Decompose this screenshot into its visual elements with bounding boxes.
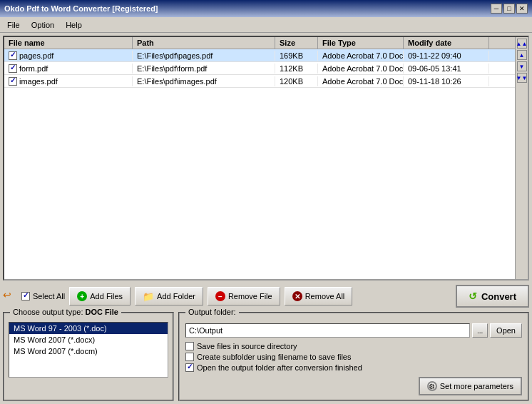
output-folder-panel: Output folder: ... Open Save files in so… [178, 312, 529, 401]
open-after-conversion-checkbox[interactable] [185, 363, 194, 372]
output-type-label: Choose output type: DOC File [10, 308, 121, 316]
cell-name-1: form.pdf [4, 64, 133, 74]
checkbox-row-0: Save files in source directory [185, 342, 522, 350]
app-title: Okdo Pdf to Word Converter [Registered] [4, 4, 158, 13]
checkbox-row-2: Open the output folder after conversion … [185, 363, 522, 372]
remove-file-button[interactable]: − Remove File [208, 287, 280, 305]
folder-icon: 📁 [143, 291, 154, 302]
col-size: Size [275, 37, 318, 49]
browse-button[interactable]: ... [472, 323, 488, 338]
table-header: File name Path Size File Type Modify dat… [4, 37, 515, 49]
scroll-down-button[interactable]: ▼ [517, 61, 527, 71]
output-type-panel: Choose output type: DOC File MS Word 97 … [3, 312, 174, 401]
add-folder-button[interactable]: 📁 Add Folder [135, 287, 203, 305]
restore-button[interactable]: □ [503, 4, 515, 14]
cell-type-2: Adobe Acrobat 7.0 Doc... [318, 76, 404, 86]
main-content: File name Path Size File Type Modify dat… [0, 33, 532, 404]
cell-date-1: 09-06-05 13:41 [404, 64, 489, 74]
col-filetype: File Type [318, 37, 404, 49]
menu-file[interactable]: File [3, 19, 24, 31]
select-all-container: Select All [21, 292, 65, 301]
cell-size-0: 169KB [275, 51, 318, 61]
file-table: File name Path Size File Type Modify dat… [4, 37, 515, 279]
cell-size-2: 120KB [275, 76, 318, 86]
remove-icon: − [215, 291, 225, 301]
output-option-2[interactable]: MS Word 2007 (*.docm) [9, 345, 168, 357]
set-more-params-button[interactable]: ⚙ Set more parameters [419, 377, 522, 395]
minimize-button[interactable]: ─ [491, 4, 502, 14]
cell-type-0: Adobe Acrobat 7.0 Doc... [318, 51, 404, 61]
scroll-top-button[interactable]: ▲▲ [517, 39, 527, 49]
output-format-list[interactable]: MS Word 97 - 2003 (*.doc) MS Word 2007 (… [9, 322, 168, 378]
table-row[interactable]: images.pdf E:\Files\pdf\images.pdf 120KB… [4, 75, 515, 88]
select-all-label: Select All [33, 292, 65, 301]
scroll-panel: ▲▲ ▲ ▼ ▼▼ [515, 37, 528, 279]
output-option-1[interactable]: MS Word 2007 (*.docx) [9, 334, 168, 345]
cell-path-2: E:\Files\pdf\images.pdf [133, 76, 275, 86]
menu-help[interactable]: Help [61, 19, 86, 31]
checkbox-row-1: Create subfolder using filename to save … [185, 353, 522, 361]
output-folder-label: Output folder: [185, 308, 239, 316]
add-files-button[interactable]: + Add Files [69, 287, 131, 305]
convert-button[interactable]: ↺ Convert [456, 285, 529, 308]
cell-name-2: images.pdf [4, 76, 133, 86]
close-button[interactable]: ✕ [516, 4, 528, 14]
toolbar-row: ↩ Select All + Add Files 📁 Add Folder − … [3, 283, 529, 309]
gear-icon: ⚙ [427, 381, 437, 391]
row-checkbox-2[interactable] [9, 77, 17, 86]
folder-input-row: ... Open [185, 323, 522, 338]
col-filename: File name [4, 37, 133, 49]
bottom-panels: Choose output type: DOC File MS Word 97 … [3, 312, 529, 401]
remove-all-button[interactable]: ✕ Remove All [285, 287, 353, 305]
row-checkbox-1[interactable] [9, 64, 17, 73]
menu-option[interactable]: Option [27, 19, 58, 31]
output-option-0[interactable]: MS Word 97 - 2003 (*.doc) [9, 323, 168, 334]
table-row[interactable]: form.pdf E:\Files\pdf\form.pdf 112KB Ado… [4, 62, 515, 75]
cell-path-1: E:\Files\pdf\form.pdf [133, 64, 275, 74]
cell-size-1: 112KB [275, 64, 318, 74]
file-list-container: File name Path Size File Type Modify dat… [3, 36, 529, 281]
title-bar: Okdo Pdf to Word Converter [Registered] … [0, 0, 532, 17]
plus-icon: + [77, 291, 87, 301]
table-body: pages.pdf E:\Files\pdf\pages.pdf 169KB A… [4, 49, 515, 279]
menu-bar: File Option Help [0, 17, 532, 33]
save-source-checkbox[interactable] [185, 342, 194, 350]
create-subfolder-checkbox[interactable] [185, 353, 194, 361]
convert-icon: ↺ [469, 291, 477, 302]
cell-date-0: 09-11-22 09:40 [404, 51, 489, 61]
window-controls: ─ □ ✕ [491, 4, 528, 14]
row-checkbox-0[interactable] [9, 51, 17, 60]
scroll-up-button[interactable]: ▲ [517, 50, 527, 60]
cell-path-0: E:\Files\pdf\pages.pdf [133, 51, 275, 61]
cell-name-0: pages.pdf [4, 51, 133, 61]
col-path: Path [133, 37, 275, 49]
col-modifydate: Modify date [404, 37, 489, 49]
table-row[interactable]: pages.pdf E:\Files\pdf\pages.pdf 169KB A… [4, 49, 515, 62]
scroll-bottom-button[interactable]: ▼▼ [517, 73, 527, 83]
open-folder-button[interactable]: Open [490, 323, 522, 338]
back-icon[interactable]: ↩ [3, 289, 17, 303]
cell-type-1: Adobe Acrobat 7.0 Doc... [318, 64, 404, 74]
remove-all-icon: ✕ [292, 291, 302, 301]
folder-path-input[interactable] [185, 323, 470, 338]
cell-date-2: 09-11-18 10:26 [404, 76, 489, 86]
select-all-checkbox[interactable] [21, 292, 30, 301]
